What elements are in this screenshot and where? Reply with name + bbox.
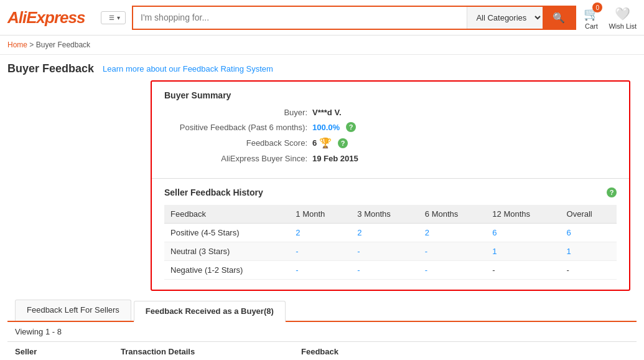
table-header-row: Feedback 1 Month 3 Months 6 Months 12 Mo… <box>164 205 617 224</box>
score-help-icon[interactable]: ? <box>338 138 348 148</box>
logo-express: Express <box>26 8 85 27</box>
breadcrumb-separator: > <box>29 40 34 49</box>
table-cell: 1 <box>486 242 560 261</box>
buyer-row: Buyer: V***d V. <box>164 108 617 117</box>
table-cell: 6 <box>561 224 617 242</box>
col-6months: 6 Months <box>419 205 487 224</box>
col-3months: 3 Months <box>351 205 419 224</box>
since-value: 19 Feb 2015 <box>312 154 358 163</box>
table-row: Neutral (3 Stars)---11 <box>164 242 617 261</box>
table-cell: - <box>419 261 487 280</box>
menu-button[interactable]: ☰ ▾ <box>101 11 126 24</box>
seller-feedback: Seller Feedback History ? Feedback 1 Mon… <box>152 179 629 290</box>
buyer-summary: Buyer Summary Buyer: V***d V. Positive F… <box>152 82 629 179</box>
category-select[interactable]: All Categories <box>467 7 543 29</box>
col-1month: 1 Month <box>289 205 351 224</box>
viewing-label: Viewing 1 - 8 <box>7 322 637 341</box>
seller-feedback-header: Seller Feedback History ? <box>164 187 617 197</box>
trophy-icon: 🏆 <box>319 137 332 149</box>
seller-feedback-help-icon[interactable]: ? <box>607 187 617 197</box>
logo-ali: Ali <box>7 8 26 27</box>
list-col-feedback: Feedback <box>301 347 629 356</box>
col-feedback: Feedback <box>164 205 289 224</box>
menu-chevron: ▾ <box>117 14 120 21</box>
search-bar: All Categories 🔍 <box>132 6 576 30</box>
positive-help-icon[interactable]: ? <box>346 122 356 132</box>
table-cell: - <box>561 261 617 280</box>
list-col-transaction: Transaction Details <box>121 347 301 356</box>
cart-badge: 0 <box>592 2 602 12</box>
tab-1[interactable]: Feedback Received as a Buyer(8) <box>134 301 286 322</box>
main-content: Buyer Summary Buyer: V***d V. Positive F… <box>0 80 644 360</box>
buyer-value: V***d V. <box>312 108 342 117</box>
positive-feedback-row: Positive Feedback (Past 6 months): 100.0… <box>164 122 617 132</box>
table-cell: - <box>351 261 419 280</box>
list-headers: Seller Transaction Details Feedback <box>7 341 637 360</box>
buyer-summary-title: Buyer Summary <box>164 90 617 100</box>
positive-value: 100.0% <box>312 123 340 132</box>
table-cell: - <box>289 242 351 261</box>
search-input[interactable] <box>133 7 467 29</box>
wishlist-label: Wish List <box>609 22 637 30</box>
table-cell: Negative (1-2 Stars) <box>164 261 289 280</box>
cart-label: Cart <box>585 22 598 30</box>
search-button[interactable]: 🔍 <box>543 7 575 29</box>
table-cell: - <box>351 242 419 261</box>
breadcrumb-current: Buyer Feedback <box>36 40 90 49</box>
table-cell: 2 <box>289 224 351 242</box>
cart-icon[interactable]: 🛒 0 Cart <box>582 5 600 30</box>
since-label: AliExpress Buyer Since: <box>164 154 307 163</box>
score-value: 6 <box>312 138 317 148</box>
cart-icon-circle: 🛒 0 <box>582 5 600 22</box>
feedback-score-row: Feedback Score: 6 🏆 ? <box>164 137 617 149</box>
tabs-bar: Feedback Left For SellersFeedback Receiv… <box>7 300 637 322</box>
table-cell: Neutral (3 Stars) <box>164 242 289 261</box>
header-icons: 🛒 0 Cart 🤍 Wish List <box>582 5 637 30</box>
table-row: Positive (4-5 Stars)22266 <box>164 224 617 242</box>
wishlist-heart-icon: 🤍 <box>614 5 632 22</box>
positive-label: Positive Feedback (Past 6 months): <box>164 123 307 132</box>
page-title-bar: Buyer Feedback Learn more about our Feed… <box>0 55 644 80</box>
table-cell: 1 <box>561 242 617 261</box>
table-cell: 2 <box>419 224 487 242</box>
tab-0[interactable]: Feedback Left For Sellers <box>15 300 131 321</box>
buyer-label: Buyer: <box>164 108 307 117</box>
menu-icon: ☰ <box>109 14 114 21</box>
table-cell: Positive (4-5 Stars) <box>164 224 289 242</box>
seller-feedback-title: Seller Feedback History <box>164 187 263 197</box>
table-row: Negative (1-2 Stars)----- <box>164 261 617 280</box>
col-overall: Overall <box>561 205 617 224</box>
table-cell: - <box>289 261 351 280</box>
score-label: Feedback Score: <box>164 138 307 148</box>
wishlist-icon[interactable]: 🤍 Wish List <box>609 5 637 30</box>
breadcrumb-home[interactable]: Home <box>7 40 27 49</box>
header: AliExpress ☰ ▾ All Categories 🔍 🛒 0 Cart… <box>0 0 644 36</box>
page-title: Buyer Feedback <box>7 62 94 75</box>
learn-more-link[interactable]: Learn more about our Feedback Rating Sys… <box>103 64 273 73</box>
table-cell: 2 <box>351 224 419 242</box>
table-cell: 6 <box>486 224 560 242</box>
table-cell: - <box>486 261 560 280</box>
summary-box: Buyer Summary Buyer: V***d V. Positive F… <box>151 80 630 291</box>
col-12months: 12 Months <box>486 205 560 224</box>
table-cell: - <box>419 242 487 261</box>
list-col-seller: Seller <box>15 347 121 356</box>
search-icon: 🔍 <box>553 12 565 23</box>
since-row: AliExpress Buyer Since: 19 Feb 2015 <box>164 154 617 163</box>
breadcrumb: Home > Buyer Feedback <box>0 36 644 55</box>
logo: AliExpress <box>7 8 95 27</box>
feedback-table: Feedback 1 Month 3 Months 6 Months 12 Mo… <box>164 205 617 280</box>
